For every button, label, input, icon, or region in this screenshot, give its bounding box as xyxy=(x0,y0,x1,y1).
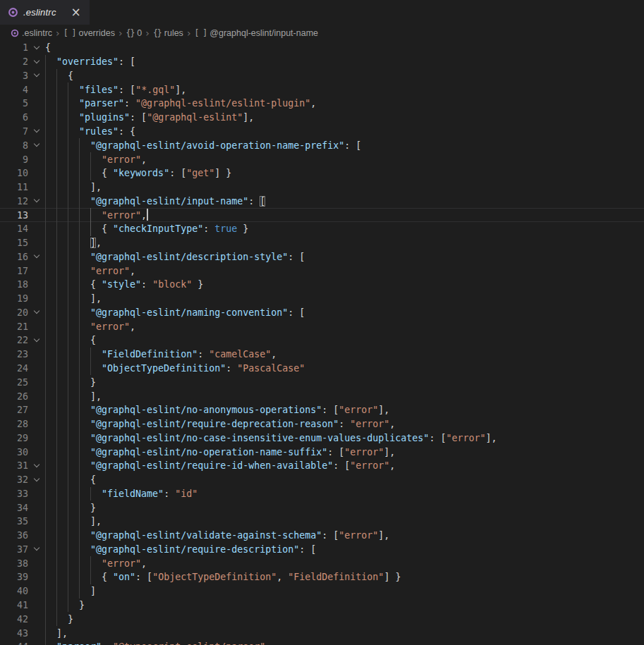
code-line[interactable]: 9 "error", xyxy=(0,152,644,166)
gutter[interactable]: 7 xyxy=(0,125,45,139)
line-number[interactable]: 38 xyxy=(0,558,28,569)
gutter[interactable]: 18 xyxy=(0,278,45,292)
line-number[interactable]: 42 xyxy=(0,614,28,625)
gutter[interactable]: 5 xyxy=(0,97,45,111)
fold-chevron-icon[interactable] xyxy=(28,69,45,83)
gutter[interactable]: 20 xyxy=(0,306,45,320)
breadcrumb-item[interactable]: [ ]overrides xyxy=(63,28,115,38)
line-number[interactable]: 27 xyxy=(0,405,28,415)
gutter[interactable]: 14 xyxy=(0,222,45,236)
gutter[interactable]: 10 xyxy=(0,166,45,180)
code-line[interactable]: 35 ], xyxy=(0,515,644,529)
line-number[interactable]: 28 xyxy=(0,419,28,429)
code-line[interactable]: 5 "parser": "@graphql-eslint/eslint-plug… xyxy=(0,97,644,111)
gutter[interactable]: 28 xyxy=(0,417,45,431)
gutter[interactable]: 19 xyxy=(0,292,45,306)
code-line[interactable]: 40 ] xyxy=(0,584,644,598)
line-number[interactable]: 33 xyxy=(0,489,28,499)
gutter[interactable]: 37 xyxy=(0,543,45,557)
fold-chevron-icon[interactable] xyxy=(28,250,45,264)
code-line[interactable]: 30 "@graphql-eslint/no-operation-name-su… xyxy=(0,445,644,459)
code-line[interactable]: 17 "error", xyxy=(0,264,644,278)
code-line[interactable]: 16 "@graphql-eslint/description-style": … xyxy=(0,250,644,264)
line-number[interactable]: 31 xyxy=(0,460,28,471)
code-line[interactable]: 26 ], xyxy=(0,389,644,403)
gutter[interactable]: 39 xyxy=(0,570,45,584)
fold-chevron-icon[interactable] xyxy=(28,306,45,320)
line-number[interactable]: 23 xyxy=(0,349,28,360)
line-number[interactable]: 26 xyxy=(0,391,28,402)
code-line[interactable]: 21 "error", xyxy=(0,319,644,333)
line-number[interactable]: 18 xyxy=(0,279,28,290)
code-line[interactable]: 41 } xyxy=(0,598,644,613)
fold-chevron-icon[interactable] xyxy=(28,55,45,69)
line-number[interactable]: 35 xyxy=(0,516,28,527)
line-number[interactable]: 14 xyxy=(0,223,28,234)
code-line[interactable]: 10 { "keywords": ["get"] } xyxy=(0,166,644,180)
line-number[interactable]: 40 xyxy=(0,586,28,596)
gutter[interactable]: 4 xyxy=(0,82,45,97)
line-number[interactable]: 13 xyxy=(0,210,28,221)
code-line[interactable]: 11 ], xyxy=(0,180,644,195)
line-number[interactable]: 44 xyxy=(0,641,28,645)
line-number[interactable]: 32 xyxy=(0,474,28,485)
code-line[interactable]: 18 { "style": "block" } xyxy=(0,278,644,292)
line-number[interactable]: 16 xyxy=(0,252,28,262)
line-number[interactable]: 6 xyxy=(0,112,28,123)
code-line[interactable]: 43 ], xyxy=(0,626,644,640)
tab-eslintrc[interactable]: .eslintrc × xyxy=(0,0,90,25)
gutter[interactable]: 42 xyxy=(0,612,45,626)
fold-chevron-icon[interactable] xyxy=(28,41,45,55)
line-number[interactable]: 11 xyxy=(0,182,28,192)
gutter[interactable]: 36 xyxy=(0,529,45,543)
code-line[interactable]: 12 "@graphql-eslint/input-name": [ xyxy=(0,194,644,208)
line-number[interactable]: 41 xyxy=(0,600,28,610)
code-line[interactable]: 25 } xyxy=(0,375,644,389)
code-line[interactable]: 2 "overrides": [ xyxy=(0,55,644,69)
code-line[interactable]: 33 "fieldName": "id" xyxy=(0,487,644,501)
line-number[interactable]: 19 xyxy=(0,293,28,304)
gutter[interactable]: 40 xyxy=(0,584,45,598)
line-number[interactable]: 36 xyxy=(0,530,28,541)
code-line[interactable]: 7 "rules": { xyxy=(0,125,644,139)
breadcrumb-item[interactable]: {}0 xyxy=(126,28,142,38)
line-number[interactable]: 15 xyxy=(0,238,28,248)
gutter[interactable]: 32 xyxy=(0,473,45,487)
code-line[interactable]: 19 ], xyxy=(0,292,644,306)
line-number[interactable]: 12 xyxy=(0,196,28,207)
gutter[interactable]: 44 xyxy=(0,640,45,645)
gutter[interactable]: 41 xyxy=(0,598,45,613)
line-number[interactable]: 17 xyxy=(0,266,28,276)
line-number[interactable]: 4 xyxy=(0,85,28,95)
breadcrumb-item[interactable]: [ ]@graphql-eslint/input-name xyxy=(194,28,318,38)
line-number[interactable]: 37 xyxy=(0,544,28,555)
gutter[interactable]: 17 xyxy=(0,264,45,278)
gutter[interactable]: 22 xyxy=(0,333,45,348)
code-line[interactable]: 22 { xyxy=(0,333,644,348)
gutter[interactable]: 25 xyxy=(0,375,45,389)
line-number[interactable]: 24 xyxy=(0,363,28,374)
gutter[interactable]: 30 xyxy=(0,445,45,459)
code-line[interactable]: 34 } xyxy=(0,500,644,515)
code-line[interactable]: 27 "@graphql-eslint/no-anonymous-operati… xyxy=(0,403,644,417)
line-number[interactable]: 29 xyxy=(0,433,28,443)
code-line[interactable]: 36 "@graphql-eslint/validate-against-sch… xyxy=(0,529,644,543)
gutter[interactable]: 27 xyxy=(0,403,45,417)
gutter[interactable]: 1 xyxy=(0,41,45,55)
code-line[interactable]: 32 { xyxy=(0,473,644,487)
gutter[interactable]: 16 xyxy=(0,250,45,264)
line-number[interactable]: 8 xyxy=(0,140,28,151)
code-line[interactable]: 3 { xyxy=(0,69,644,83)
code-line[interactable]: 20 "@graphql-eslint/naming-convention": … xyxy=(0,306,644,320)
gutter[interactable]: 12 xyxy=(0,194,45,208)
line-number[interactable]: 43 xyxy=(0,628,28,639)
fold-chevron-icon[interactable] xyxy=(28,333,45,348)
gutter[interactable]: 38 xyxy=(0,556,45,570)
code-line[interactable]: 28 "@graphql-eslint/require-deprecation-… xyxy=(0,417,644,431)
line-number[interactable]: 20 xyxy=(0,307,28,318)
code-line[interactable]: 14 { "checkInputType": true } xyxy=(0,222,644,236)
gutter[interactable]: 3 xyxy=(0,69,45,83)
gutter[interactable]: 13 xyxy=(0,208,45,222)
gutter[interactable]: 6 xyxy=(0,111,45,125)
line-number[interactable]: 10 xyxy=(0,168,28,178)
